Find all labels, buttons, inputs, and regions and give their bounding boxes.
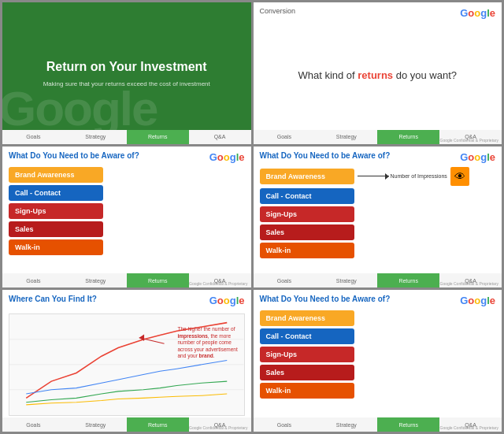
slide-3-list: Brand Awareness Call - Contact Sign-Ups … — [9, 167, 245, 273]
list-item-signups-4: Sign-Ups — [260, 206, 354, 222]
list-item-walkin-4: Walk-in — [260, 243, 354, 258]
bar-goals[interactable]: Goals — [2, 130, 65, 144]
bar-goals-6[interactable]: Goals — [254, 417, 316, 432]
bar-qa[interactable]: Q&A — [189, 130, 251, 144]
copyright-2: Google Confidential & Proprietary — [440, 138, 499, 143]
analytics-note: The higher the number of impressions, th… — [178, 326, 241, 359]
list-item-call-6: Call - Contact — [260, 328, 354, 344]
list-item-sales-4: Sales — [260, 224, 354, 240]
bar-goals-5[interactable]: Goals — [2, 417, 65, 432]
slide-2-header: Conversion Google — [260, 7, 496, 19]
list-item-signups-3: Sign-Ups — [9, 203, 103, 219]
bar-returns[interactable]: Returns — [127, 130, 189, 144]
slide-6-list: Brand Awareness Call - Contact Sign-Ups … — [260, 310, 496, 416]
list-item-brand-4: Brand Awareness — [260, 169, 354, 184]
slide-5-title: Where Can You Find It? — [9, 295, 97, 303]
arrow-indicator: Number of Impressions — [358, 173, 447, 179]
list-item-sales-3: Sales — [9, 221, 103, 237]
list-item-call-3: Call - Contact — [9, 185, 103, 201]
question-prefix: What kind of — [298, 69, 358, 81]
slide-5-header: Where Can You Find It? Google — [9, 295, 245, 307]
note-brand: brand — [199, 353, 213, 358]
slide-3-title: What Do You Need to be Aware of? — [9, 151, 139, 160]
copyright-3: Google Confidential & Proprietary — [189, 281, 248, 286]
slide-1-title: Return on Your Investment — [46, 59, 207, 76]
slide-2: Conversion Google What kind of returns d… — [254, 2, 502, 144]
google-logo-5: Google — [209, 295, 245, 306]
slide-4-list: Brand Awareness Number of Impressions 👁 … — [260, 167, 496, 273]
google-logo-6: Google — [460, 295, 495, 306]
watermark: Google — [2, 80, 158, 136]
bar-goals-3[interactable]: Goals — [2, 273, 65, 287]
copyright-4: Google Confidential & Proprietary — [440, 281, 499, 286]
slide-4: What Do You Need to be Aware of? Google … — [254, 147, 502, 288]
list-item-walkin-3: Walk-in — [9, 239, 103, 255]
list-item-call-4: Call - Contact — [260, 188, 354, 204]
google-logo-3: Google — [209, 151, 245, 163]
slide-4-title: What Do You Need to be Aware of? — [260, 151, 391, 160]
bar-returns-5[interactable]: Returns — [127, 417, 189, 432]
slide-6-title: What Do You Need to be Aware of? — [260, 295, 391, 303]
bar-goals-2[interactable]: Goals — [254, 130, 316, 144]
slide-6: What Do You Need to be Aware of? Google … — [254, 290, 502, 432]
list-item-brand-6: Brand Awareness — [260, 310, 354, 326]
impressions-icon: 👁 — [450, 167, 469, 186]
slide-3-header: What Do You Need to be Aware of? Google — [9, 151, 245, 164]
analytics-area: The higher the number of impressions, th… — [9, 313, 245, 416]
list-item-walkin-6: Walk-in — [260, 383, 354, 399]
slide-6-header: What Do You Need to be Aware of? Google — [260, 295, 496, 307]
list-item-brand-3: Brand Awareness — [9, 167, 103, 183]
google-logo-4: Google — [460, 151, 495, 163]
bar-strategy-2[interactable]: Strategy — [315, 130, 377, 144]
copyright-6: Google Confidential & Proprietary — [440, 425, 499, 430]
bar-strategy-3[interactable]: Strategy — [65, 273, 127, 287]
arrow-line — [358, 176, 389, 176]
note-impressions: impressions — [178, 333, 208, 339]
slide-5: Where Can You Find It? Google The higher… — [2, 290, 251, 432]
list-item-sales-6: Sales — [260, 365, 354, 380]
slide-2-tab: Conversion — [260, 7, 296, 15]
bar-returns-2[interactable]: Returns — [377, 130, 439, 144]
question-highlight: returns — [358, 69, 393, 81]
bar-goals-4[interactable]: Goals — [254, 273, 316, 287]
google-logo-2: Google — [460, 7, 495, 19]
slide-1-bar: Goals Strategy Returns Q&A — [2, 130, 251, 144]
bar-strategy-4[interactable]: Strategy — [315, 273, 377, 287]
arrow-label: Number of Impressions — [391, 173, 447, 179]
slide-1: Google Return on Your Investment Making … — [2, 2, 251, 144]
slide-1-subtitle: Making sure that your returns exceed the… — [43, 80, 210, 87]
bar-strategy-6[interactable]: Strategy — [315, 417, 377, 432]
bar-strategy-5[interactable]: Strategy — [65, 417, 127, 432]
question-suffix: do you want? — [393, 69, 457, 81]
bar-returns-4[interactable]: Returns — [377, 273, 439, 287]
slide-4-row-brand: Brand Awareness Number of Impressions 👁 — [260, 167, 496, 186]
bar-returns-3[interactable]: Returns — [127, 273, 189, 287]
slide-4-header: What Do You Need to be Aware of? Google — [260, 151, 496, 164]
copyright-5: Google Confidential & Proprietary — [189, 425, 248, 430]
bar-returns-6[interactable]: Returns — [377, 417, 439, 432]
bar-strategy[interactable]: Strategy — [65, 130, 127, 144]
list-item-signups-6: Sign-Ups — [260, 347, 354, 362]
slide-3: What Do You Need to be Aware of? Google … — [2, 147, 251, 288]
slide-2-question: What kind of returns do you want? — [298, 63, 457, 87]
